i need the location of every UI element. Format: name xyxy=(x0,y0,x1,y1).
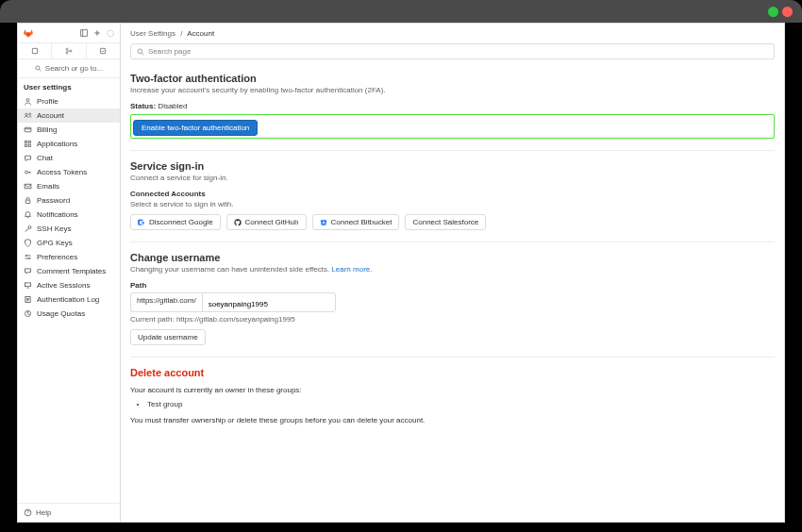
connect-bitbucket-button[interactable]: Connect Bitbucket xyxy=(312,214,400,230)
connected-title: Connected Accounts xyxy=(130,190,775,198)
sidebar-item-preferences[interactable]: Preferences xyxy=(18,250,120,264)
search-input[interactable] xyxy=(148,47,768,56)
svg-point-13 xyxy=(25,113,27,115)
help-label: Help xyxy=(36,508,51,517)
search-icon xyxy=(137,48,144,56)
applications-icon xyxy=(24,140,32,148)
sidebar-help[interactable]: Help xyxy=(18,503,120,522)
sidebar-tab-merge[interactable] xyxy=(52,43,86,58)
sidebar-item-label: GPG Keys xyxy=(37,239,73,247)
username-desc: Changing your username can have unintend… xyxy=(130,265,329,274)
connect-github-button[interactable]: Connect GitHub xyxy=(226,214,307,230)
delete-account-title: Delete account xyxy=(130,367,775,378)
sidebar-item-account[interactable]: Account xyxy=(18,108,120,123)
breadcrumb: User Settings / Account xyxy=(130,29,775,43)
path-label: Path xyxy=(130,281,775,290)
sidebar-item-gpg-keys[interactable]: GPG Keys xyxy=(18,236,120,250)
path-field: https://gitlab.com/ xyxy=(130,292,775,312)
svg-point-41 xyxy=(138,49,142,54)
quota-icon xyxy=(24,309,32,318)
gpg-icon xyxy=(24,239,32,247)
sidebar-item-billing[interactable]: Billing xyxy=(18,123,120,137)
sidebar-item-ssh-keys[interactable]: SSH Keys xyxy=(18,222,120,236)
sidebar-item-emails[interactable]: Emails xyxy=(18,179,120,193)
svg-point-4 xyxy=(108,30,114,37)
bell-icon xyxy=(24,210,32,219)
sidebar-item-label: Emails xyxy=(37,182,59,191)
twofa-status-value: Disabled xyxy=(158,102,187,110)
update-username-button[interactable]: Update username xyxy=(130,329,206,345)
connected-desc: Select a service to sign in with. xyxy=(130,200,775,208)
ssh-icon xyxy=(24,224,32,233)
svg-point-14 xyxy=(29,113,31,115)
svg-point-12 xyxy=(26,99,29,102)
sidebar-section-label: User settings xyxy=(18,78,120,94)
sidebar-item-label: SSH Keys xyxy=(37,224,71,233)
sidebar-item-label: Authentication Log xyxy=(37,295,99,304)
sidebar-item-password[interactable]: Password xyxy=(18,193,120,208)
billing-icon xyxy=(24,125,32,134)
delete-transfer-line: You must transfer ownership or delete th… xyxy=(130,416,775,424)
profile-icon xyxy=(24,97,32,106)
sidebar-collapse-icon[interactable] xyxy=(80,29,88,37)
comment-icon xyxy=(24,267,32,275)
sidebar-item-label: Password xyxy=(37,196,70,205)
lock-icon xyxy=(24,196,32,205)
gitlab-logo-icon[interactable] xyxy=(24,28,33,38)
connect-salesforce-button[interactable]: Connect Salesforce xyxy=(405,214,486,230)
sidebar-item-comment-templates[interactable]: Comment Templates xyxy=(18,264,120,278)
svg-rect-5 xyxy=(32,48,37,53)
path-prefix: https://gitlab.com/ xyxy=(130,292,202,312)
bitbucket-icon xyxy=(320,219,327,226)
page-search[interactable] xyxy=(130,43,775,59)
enable-2fa-button[interactable]: Enable two-factor authentication xyxy=(133,120,258,136)
current-path: Current path: https://gitlab.com/soeyanp… xyxy=(130,315,775,324)
username-input[interactable] xyxy=(203,297,335,311)
svg-point-29 xyxy=(25,255,27,257)
mail-icon xyxy=(24,182,32,191)
sidebar-search-button[interactable]: Search or go to... xyxy=(18,59,120,78)
signin-desc: Connect a service for sign-in. xyxy=(130,174,775,182)
plus-icon[interactable] xyxy=(93,29,101,37)
sidebar-item-label: Active Sessions xyxy=(37,281,90,290)
svg-point-40 xyxy=(27,514,28,515)
list-item: Test group xyxy=(147,400,775,408)
sidebar-item-access-tokens[interactable]: Access Tokens xyxy=(18,165,120,179)
svg-point-10 xyxy=(36,66,40,70)
svg-rect-32 xyxy=(25,283,31,287)
sidebar-item-label: Comment Templates xyxy=(37,267,106,275)
sidebar-item-label: Account xyxy=(37,111,64,120)
key-icon xyxy=(24,168,32,176)
sidebar-item-applications[interactable]: Applications xyxy=(18,137,120,151)
github-icon xyxy=(234,219,242,226)
button-label: Connect GitHub xyxy=(245,218,299,226)
svg-point-21 xyxy=(25,171,28,174)
delete-groups-list: Test group xyxy=(130,400,775,408)
google-icon xyxy=(138,219,145,226)
disconnect-google-button[interactable]: Disconnect Google xyxy=(130,214,221,230)
sidebar-tab-todo[interactable] xyxy=(87,43,120,58)
breadcrumb-root[interactable]: User Settings xyxy=(130,29,175,38)
account-icon xyxy=(24,111,32,120)
learn-more-link[interactable]: Learn more xyxy=(331,265,370,274)
sidebar: Search or go to... User settings Profile… xyxy=(18,24,121,522)
svg-rect-25 xyxy=(25,200,30,203)
sidebar-item-active-sessions[interactable]: Active Sessions xyxy=(18,278,120,292)
breadcrumb-current: Account xyxy=(187,29,214,38)
log-icon xyxy=(24,295,32,304)
window-dot-red[interactable] xyxy=(782,7,793,17)
sidebar-tab-issues[interactable] xyxy=(18,43,52,58)
sidebar-item-label: Chat xyxy=(37,154,53,162)
sidebar-item-profile[interactable]: Profile xyxy=(18,94,120,108)
sidebar-item-usage-quotas[interactable]: Usage Quotas xyxy=(18,307,120,321)
avatar-icon[interactable] xyxy=(107,29,114,37)
delete-owner-line: Your account is currently an owner in th… xyxy=(130,386,775,394)
sidebar-item-notifications[interactable]: Notifications xyxy=(18,208,120,222)
sidebar-item-label: Applications xyxy=(37,140,77,148)
window-dot-green[interactable] xyxy=(768,7,778,17)
sidebar-item-chat[interactable]: Chat xyxy=(18,151,120,165)
sliders-icon xyxy=(24,253,32,261)
svg-point-31 xyxy=(28,258,30,259)
sidebar-item-authentication-log[interactable]: Authentication Log xyxy=(18,292,120,307)
svg-point-8 xyxy=(70,50,72,52)
